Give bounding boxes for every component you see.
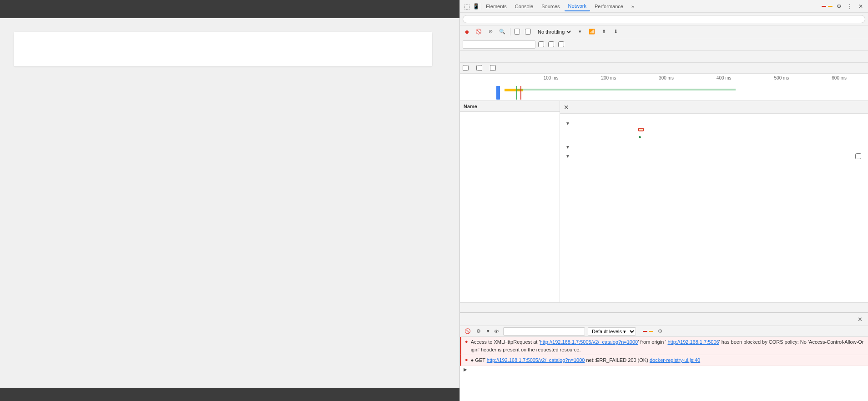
network-main: Name ✕ ▼ bbox=[460, 101, 868, 302]
tab-sources[interactable]: Sources bbox=[538, 2, 563, 11]
response-headers-section-header[interactable]: ▼ bbox=[565, 145, 863, 150]
tab-elements[interactable]: Elements bbox=[482, 2, 510, 11]
tab-more[interactable]: » bbox=[628, 2, 638, 11]
top-arrow-icon: ▾ bbox=[487, 328, 490, 334]
clear-icon[interactable]: 🚫 bbox=[474, 28, 483, 36]
console-link-4[interactable]: docker-registry-ui.js:40 bbox=[650, 357, 700, 363]
preserve-log-label[interactable] bbox=[514, 29, 521, 35]
blocked-requests-label[interactable] bbox=[476, 65, 484, 71]
console-close-icon[interactable]: ✕ bbox=[855, 315, 864, 324]
throttle-select[interactable]: No throttling bbox=[536, 29, 572, 35]
timeline-label-600: 600 ms bbox=[810, 75, 868, 80]
console-clear-icon[interactable]: 🚫 bbox=[464, 327, 472, 336]
search-input[interactable] bbox=[463, 15, 865, 23]
hide-extension-urls-label[interactable] bbox=[558, 41, 565, 47]
console-message-1-text: Access to XMLHttpRequest at 'http://192.… bbox=[471, 338, 864, 353]
filter-input[interactable] bbox=[463, 40, 535, 49]
invert-label[interactable] bbox=[538, 41, 545, 47]
close-devtools-icon[interactable]: ✕ bbox=[856, 2, 865, 11]
console-message-2-text: ● GET http://192.168.1.7:5005/v2/_catalo… bbox=[471, 356, 864, 364]
timeline-spacer bbox=[464, 75, 522, 80]
console-settings-icon[interactable]: ⚙ bbox=[474, 327, 483, 336]
blocked-requests-checkbox[interactable] bbox=[476, 65, 482, 71]
issues-warnings-badge bbox=[649, 331, 653, 332]
status-code-value: ● bbox=[638, 134, 641, 140]
hide-data-urls-label[interactable] bbox=[548, 41, 555, 47]
detail-tabs: ✕ bbox=[560, 101, 868, 114]
console-filter-input[interactable] bbox=[503, 327, 585, 336]
main-content bbox=[0, 18, 459, 388]
devtools-inspect-icon[interactable]: ⬚ bbox=[463, 2, 471, 10]
console-toolbar: 🚫 ⚙ ▾ 👁 Default levels ▾ ⚙ bbox=[460, 326, 868, 337]
settings-icon[interactable]: ⚙ bbox=[834, 2, 843, 11]
third-party-requests-label[interactable] bbox=[490, 65, 497, 71]
raw-checkbox-label[interactable] bbox=[855, 153, 863, 159]
tab-console[interactable]: Console bbox=[511, 2, 537, 11]
blocked-bar bbox=[460, 63, 868, 74]
wifi-icon[interactable]: 📶 bbox=[588, 28, 596, 36]
disable-cache-checkbox[interactable] bbox=[525, 29, 531, 35]
devtools-icons: ⚙ ⋮ ✕ bbox=[822, 2, 865, 11]
raw-checkbox[interactable] bbox=[855, 153, 861, 159]
import-icon[interactable]: ⬆ bbox=[600, 28, 608, 36]
request-list-header: Name bbox=[460, 101, 560, 112]
console-link-1[interactable]: http://192.168.1.7:5005/v2/_catalog?n=10… bbox=[540, 339, 638, 345]
filter-icon[interactable]: ⊘ bbox=[486, 28, 495, 36]
record-icon[interactable]: ⏺ bbox=[463, 28, 471, 36]
console-top-selector: ▾ bbox=[485, 328, 490, 334]
devtools-nav: ⬚ 📱 Elements Console Sources Network Per… bbox=[460, 0, 868, 13]
timeline-area: 100 ms 200 ms 300 ms 400 ms 500 ms 600 m… bbox=[460, 74, 868, 101]
response-headers-arrow-icon: ▼ bbox=[565, 145, 570, 150]
search-network-icon[interactable]: 🔍 bbox=[498, 28, 506, 36]
request-list: Name bbox=[460, 101, 560, 302]
console-eye-icon[interactable]: 👁 bbox=[492, 327, 500, 336]
issues-errors-badge bbox=[643, 331, 647, 332]
detail-panel: ✕ ▼ ● bbox=[560, 101, 868, 302]
console-message-2: ● ● GET http://192.168.1.7:5005/v2/_cata… bbox=[460, 355, 868, 366]
timeline-bar-green2 bbox=[516, 89, 736, 90]
timeline-label-400: 400 ms bbox=[695, 75, 753, 80]
filter-types-bar bbox=[460, 51, 868, 63]
request-headers-section-header[interactable]: ▼ bbox=[565, 153, 863, 159]
nav-separator-1 bbox=[481, 3, 481, 10]
console-gear-icon[interactable]: ⚙ bbox=[656, 327, 664, 336]
network-toolbar: ⏺ 🚫 ⊘ 🔍 No throttling ▾ 📶 ⬆ ⬇ bbox=[460, 25, 868, 38]
console-link-3[interactable]: http://192.168.1.7:5005/v2/_catalog?n=10… bbox=[487, 357, 585, 363]
tab-network[interactable]: Network bbox=[565, 1, 590, 11]
filter-bar bbox=[460, 38, 868, 51]
hide-extension-urls-checkbox[interactable] bbox=[558, 41, 564, 47]
detail-close-button[interactable]: ✕ bbox=[560, 101, 573, 114]
third-party-requests-checkbox[interactable] bbox=[490, 65, 496, 71]
timeline-bars bbox=[464, 82, 863, 99]
timeline-label-200: 200 ms bbox=[580, 75, 637, 80]
expand-messages-icon[interactable]: ▶ bbox=[464, 367, 467, 372]
general-section-header[interactable]: ▼ bbox=[565, 121, 863, 126]
timeline-bar-red bbox=[520, 86, 521, 100]
devtools-panel: ⬚ 📱 Elements Console Sources Network Per… bbox=[459, 0, 868, 401]
search-bar bbox=[460, 13, 868, 25]
timeline-bar-green bbox=[516, 86, 517, 100]
throttle-down-icon[interactable]: ▾ bbox=[576, 28, 584, 36]
warning-badge bbox=[828, 6, 833, 7]
preserve-log-checkbox[interactable] bbox=[514, 29, 520, 35]
detail-content: ▼ ● bbox=[560, 114, 868, 302]
error-icon-1: ● bbox=[465, 339, 468, 344]
issues-section bbox=[641, 331, 653, 332]
hide-data-urls-checkbox[interactable] bbox=[548, 41, 554, 47]
default-levels-select[interactable]: Default levels ▾ bbox=[588, 327, 636, 336]
console-expand-row: ▶ bbox=[460, 366, 868, 373]
console-messages: ● Access to XMLHttpRequest at 'http://19… bbox=[460, 337, 868, 401]
blocked-response-cookies-checkbox[interactable] bbox=[463, 65, 469, 71]
export-icon[interactable]: ⬇ bbox=[611, 28, 620, 36]
app-top-bar bbox=[0, 0, 459, 18]
request-headers-arrow-icon: ▼ bbox=[565, 154, 570, 159]
blocked-response-cookies-label[interactable] bbox=[463, 65, 470, 71]
disable-cache-label[interactable] bbox=[525, 29, 532, 35]
tab-performance[interactable]: Performance bbox=[591, 2, 627, 11]
devtools-device-icon[interactable]: 📱 bbox=[472, 2, 480, 10]
more-options-icon[interactable]: ⋮ bbox=[845, 2, 854, 11]
timeline-labels: 100 ms 200 ms 300 ms 400 ms 500 ms 600 m… bbox=[460, 74, 868, 80]
console-link-2[interactable]: http://192.168.1.7:5006 bbox=[668, 339, 719, 345]
invert-checkbox[interactable] bbox=[538, 41, 544, 47]
console-header: ✕ bbox=[460, 313, 868, 326]
